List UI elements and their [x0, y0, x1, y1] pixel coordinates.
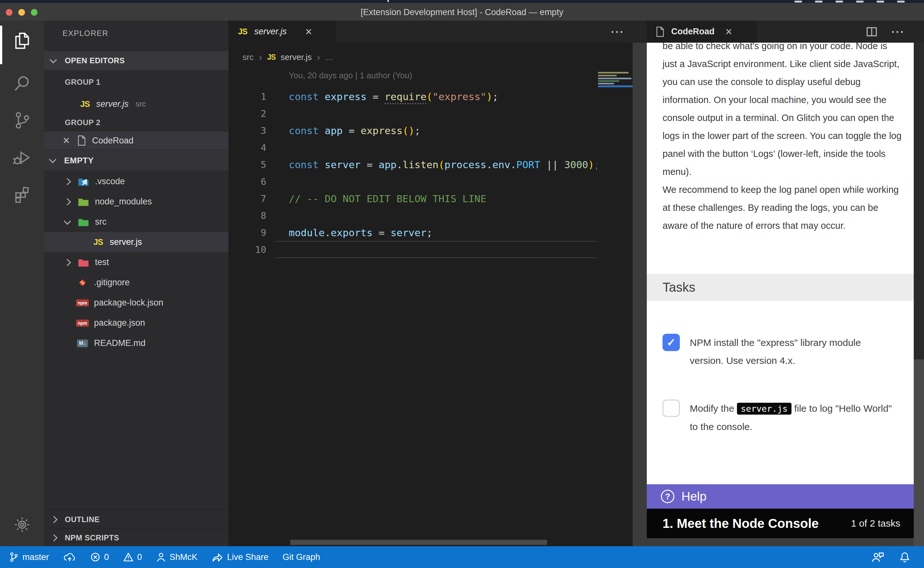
code-line-3[interactable]: 3const app = express();	[228, 122, 597, 139]
current-line-highlight	[276, 241, 597, 258]
status-item-cloud-upload[interactable]	[63, 552, 76, 562]
close-tab-icon[interactable]: ×	[305, 26, 312, 38]
line-number[interactable]: 10	[228, 244, 266, 255]
git-branch-icon	[9, 551, 19, 562]
menu-item-file[interactable]: File	[69, 0, 84, 2]
line-number[interactable]: 5	[228, 159, 266, 170]
task-checkbox-checked[interactable]: ✓	[663, 334, 680, 351]
tree-item-label: src	[95, 217, 107, 227]
breadcrumb-symbol[interactable]: …	[325, 52, 334, 62]
line-number[interactable]: 2	[228, 108, 266, 119]
line-number[interactable]: 7	[228, 193, 266, 204]
tree-item-label: node_modules	[95, 197, 152, 207]
chapter-title: 1. Meet the Node Console	[663, 516, 819, 531]
open-editor-coderoad[interactable]: × CodeRoad	[44, 131, 228, 150]
js-file-icon: JS	[238, 27, 247, 36]
tasks-header: Tasks	[647, 274, 914, 301]
npm-scripts-section[interactable]: NPM SCRIPTS	[44, 528, 228, 547]
explorer-icon[interactable]	[0, 25, 44, 56]
menu-item-go[interactable]: Go	[217, 0, 229, 2]
tab-coderoad[interactable]: CodeRoad ×	[647, 21, 757, 43]
close-tab-icon[interactable]: ×	[725, 26, 732, 38]
editor-actions[interactable]: ⋯	[610, 21, 624, 43]
status-bar-left: master00ShMcKLive ShareGit Graph	[9, 551, 320, 562]
status-item-master[interactable]: master	[9, 551, 49, 562]
code-line-2[interactable]: 2	[228, 105, 597, 122]
minimap[interactable]	[597, 71, 633, 168]
explorer-sidebar: EXPLORER OPEN EDITORS GROUP 1 JS server.…	[44, 21, 228, 546]
js-icon: JS	[91, 237, 105, 247]
run-debug-icon[interactable]	[0, 142, 44, 173]
warning-triangle-icon	[123, 552, 133, 562]
search-icon[interactable]	[0, 68, 44, 99]
breadcrumb-folder[interactable]: src	[243, 52, 254, 62]
tree-item--vscode[interactable]: .vscode	[44, 171, 228, 192]
tree-item-src[interactable]: src	[44, 212, 228, 232]
close-icon[interactable]: ×	[63, 135, 69, 147]
git-icon	[75, 278, 89, 287]
menu-item-edit[interactable]: Edit	[98, 0, 115, 2]
code-line-9[interactable]: 9module.exports = server;	[228, 224, 597, 241]
code-editor[interactable]: 1const express = require("express");23co…	[228, 88, 597, 258]
code-line-4[interactable]: 4	[228, 139, 597, 156]
menu-item-selection[interactable]: Selection	[129, 0, 168, 2]
tree-item-label: server.js	[110, 237, 142, 247]
menubar-status-icons[interactable]	[794, 1, 905, 3]
status-item-0[interactable]: 0	[90, 552, 109, 562]
code-line-5[interactable]: 5const server = app.listen(process.env.P…	[228, 156, 597, 173]
menu-item-code[interactable]: Code	[32, 0, 54, 2]
line-number[interactable]: 4	[228, 142, 266, 153]
menu-item-help[interactable]: Help	[374, 0, 392, 2]
task-checkbox-unchecked[interactable]	[663, 400, 680, 417]
tab-serverjs[interactable]: JS server.js ×	[228, 21, 336, 43]
line-number[interactable]: 9	[228, 227, 266, 238]
bell-icon[interactable]	[900, 551, 910, 562]
horizontal-scrollbar[interactable]	[290, 540, 547, 545]
more-actions-icon[interactable]: ⋯	[891, 27, 905, 36]
tree-item-readme-md[interactable]: M↓README.md	[44, 333, 228, 353]
line-number[interactable]: 6	[228, 176, 266, 187]
person-icon	[156, 551, 166, 562]
menu-item-window[interactable]: Window	[326, 0, 359, 2]
status-item-git-graph[interactable]: Git Graph	[283, 552, 320, 562]
source-control-icon[interactable]	[0, 105, 44, 136]
line-number[interactable]: 3	[228, 125, 266, 136]
split-editor-icon[interactable]	[865, 26, 878, 38]
editor-group: JS server.js × ⋯ src › JS server.js › … …	[228, 21, 647, 546]
tree-item--gitignore[interactable]: .gitignore	[44, 272, 228, 293]
line-number[interactable]: 8	[228, 210, 266, 221]
coderoad-actions[interactable]: ⋯	[865, 21, 905, 43]
settings-gear-icon[interactable]	[0, 509, 44, 540]
status-item-shmck[interactable]: ShMcK	[156, 551, 197, 562]
tree-item-package-json[interactable]: npmpackage.json	[44, 313, 228, 333]
open-editors-header[interactable]: OPEN EDITORS	[44, 51, 228, 70]
help-accordion[interactable]: ? Help	[647, 484, 914, 509]
feedback-icon[interactable]	[871, 551, 884, 562]
tree-item-server-js[interactable]: JSserver.js	[44, 232, 228, 252]
status-item-0[interactable]: 0	[123, 552, 142, 562]
code-line-1[interactable]: 1const express = require("express");	[228, 88, 597, 105]
code-line-6[interactable]: 6	[228, 173, 597, 190]
editor-scrollbar[interactable]	[633, 43, 647, 546]
menu-item-terminal[interactable]: Terminal	[275, 0, 311, 2]
tree-item-test[interactable]: test	[44, 252, 228, 272]
extensions-icon[interactable]	[0, 179, 44, 210]
line-number[interactable]: 1	[228, 91, 266, 102]
webview-scrollbar-thumb[interactable]	[914, 360, 924, 546]
code-line-7[interactable]: 7// -- DO NOT EDIT BELOW THIS LINE	[228, 190, 597, 207]
tree-item-package-lock-json[interactable]: npmpackage-lock.json	[44, 293, 228, 313]
open-editor-serverjs[interactable]: JS server.js src	[44, 95, 228, 113]
status-item-live-share[interactable]: Live Share	[212, 551, 268, 562]
outline-section[interactable]: OUTLINE	[44, 510, 228, 529]
breadcrumb-file[interactable]: server.js	[281, 52, 312, 62]
code-line-8[interactable]: 8	[228, 207, 597, 224]
menubar-items[interactable]: CodeFileEditSelectionViewGoRunTerminalWi…	[32, 0, 392, 2]
tree-item-label: package-lock.json	[94, 298, 163, 308]
cloud-upload-icon	[63, 552, 76, 562]
tree-item-node-modules[interactable]: node_modules	[44, 192, 228, 212]
workspace-folder-header[interactable]: EMPTY	[44, 150, 228, 171]
chevron-right-icon	[64, 178, 71, 185]
more-actions-icon[interactable]: ⋯	[610, 27, 624, 36]
menu-item-run[interactable]: Run	[244, 0, 261, 2]
menu-item-view[interactable]: View	[182, 0, 202, 2]
